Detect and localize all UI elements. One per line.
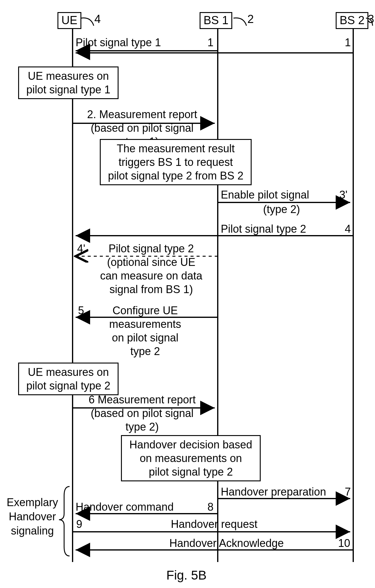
actor-bs2-ref: 3: [368, 13, 374, 26]
actor-ue: UE: [57, 12, 81, 29]
lifeline-ue: [72, 27, 73, 562]
actor-bs1-ref: 2: [247, 13, 254, 26]
note-trigger: The measurement result triggers BS 1 to …: [100, 139, 252, 185]
msg9-num: 9: [76, 517, 82, 531]
note-handover-decision: Handover decision based on measurements …: [121, 435, 261, 481]
bracket-label: Exemplary Handover signaling: [4, 496, 61, 538]
msg4p-label: Pilot signal type 2 (optional since UE c…: [86, 242, 216, 296]
note-ue-measure-2: UE measures on pilot signal type 2: [18, 363, 119, 395]
msg4-num: 4: [345, 222, 351, 236]
msg8-label: Handover command: [76, 500, 174, 514]
actor-bs2-label: BS 2: [340, 14, 364, 27]
msg1-num-a: 1: [207, 36, 214, 49]
actor-ue-ref: 4: [94, 13, 101, 26]
note-ue-measure-1: UE measures on pilot signal type 1: [18, 66, 119, 99]
msg4-label: Pilot signal type 2: [221, 222, 306, 236]
figure-caption: Fig. 5B: [166, 568, 207, 583]
actor-ue-label: UE: [61, 14, 77, 27]
actor-bs2: BS 2: [336, 12, 368, 29]
actor-bs1: BS 1: [200, 12, 232, 29]
lifeline-bs1: [217, 27, 218, 562]
msg3p-num: 3': [339, 188, 347, 202]
msg9-label: Handover request: [171, 517, 257, 531]
msg4p-num: 4': [77, 242, 85, 255]
msg5-label: Configure UE measurements on pilot signa…: [94, 304, 197, 358]
lifeline-bs2: [353, 27, 354, 562]
msg1-num-b: 1: [345, 36, 351, 49]
diagram-stage: UE BS 1 BS 2: [0, 0, 375, 588]
msg1-label: Pilot signal type 1: [76, 36, 161, 49]
msg10-label: Handover Acknowledge: [169, 536, 284, 550]
actor-bs1-label: BS 1: [204, 14, 228, 27]
msg8-num: 8: [207, 500, 214, 514]
msg7-label: Handover preparation: [221, 485, 326, 499]
msg7-num: 7: [345, 485, 351, 499]
msg10-num: 10: [338, 536, 350, 550]
msg3p-label: Enable pilot signal: [221, 188, 309, 202]
msg3p-sub: (type 2): [263, 202, 300, 216]
msg6-label: 6 Measurement report (based on pilot sig…: [77, 393, 207, 434]
msg5-num: 5: [78, 304, 84, 317]
